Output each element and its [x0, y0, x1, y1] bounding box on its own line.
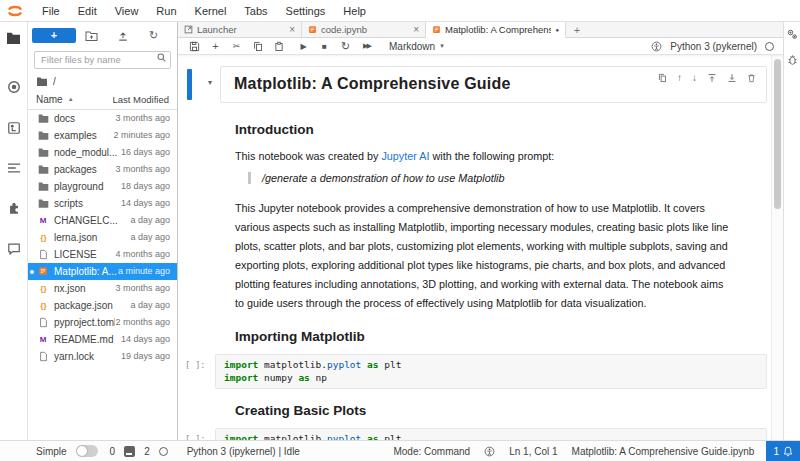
kernel-sessions-icon[interactable] — [159, 447, 168, 456]
notebook-scrollbar[interactable] — [771, 55, 783, 440]
intro-paragraph: This Jupyter notebook provides a compreh… — [235, 199, 735, 313]
file-row[interactable]: LICENSE4 months ago — [28, 246, 177, 263]
menu-help[interactable]: Help — [334, 5, 375, 17]
file-row[interactable]: pyproject.toml2 months ago — [28, 314, 177, 331]
collapse-cell-icon[interactable]: ▾ — [208, 78, 212, 87]
column-last-modified[interactable]: Last Modified — [112, 94, 169, 105]
breadcrumb-root[interactable]: / — [53, 76, 56, 87]
unsaved-changes-icon[interactable]: ● — [555, 27, 559, 33]
byline-paragraph: This notebook was created by Jupyter AI … — [235, 150, 735, 162]
file-row[interactable]: scripts14 days ago — [28, 195, 177, 212]
section-heading-importing: Importing Matplotlib — [235, 329, 735, 344]
cell-type-value: Markdown — [389, 41, 435, 52]
code-editor[interactable]: import matplotlib.pyplot as pltimport nu… — [215, 354, 767, 389]
new-folder-icon[interactable] — [76, 30, 107, 41]
run-cell-icon[interactable]: ▶ — [293, 38, 314, 55]
terminals-count[interactable]: 0 — [110, 446, 116, 457]
paste-cells-icon[interactable] — [268, 38, 289, 55]
extensions-icon[interactable] — [7, 201, 21, 215]
file-browser-icon[interactable] — [6, 31, 21, 44]
chat-icon[interactable] — [7, 242, 21, 255]
tab-bar: Launcher × code.ipynb × Matplotlib: A Co… — [178, 22, 783, 38]
menu-run[interactable]: Run — [147, 5, 185, 17]
file-row[interactable]: docs3 months ago — [28, 110, 177, 127]
tab-launcher[interactable]: Launcher × — [178, 22, 302, 37]
menu-file[interactable]: File — [33, 5, 69, 17]
duplicate-cell-icon[interactable] — [658, 73, 667, 83]
code-editor[interactable]: import matplotlib.pyplot as pltimport nu… — [215, 428, 767, 440]
folder-icon — [36, 76, 48, 86]
copy-cells-icon[interactable] — [247, 38, 268, 55]
file-row[interactable]: examples2 minutes ago — [28, 127, 177, 144]
menu-tabs[interactable]: Tabs — [235, 5, 276, 17]
insert-cell-above-icon[interactable] — [707, 73, 717, 83]
jupyter-ai-link[interactable]: Jupyter AI — [381, 150, 429, 162]
folder-file-icon — [37, 163, 49, 175]
kernels-count[interactable]: 2 — [144, 446, 150, 457]
filter-files-input[interactable] — [34, 51, 171, 69]
menu-settings[interactable]: Settings — [277, 5, 335, 17]
refresh-icon[interactable]: ↻ — [138, 29, 169, 42]
terminal-icon[interactable] — [124, 446, 135, 457]
new-tab-button[interactable]: + — [566, 22, 588, 37]
json-file-icon: { } — [37, 299, 49, 311]
git-icon[interactable] — [7, 121, 21, 135]
menu-edit[interactable]: Edit — [69, 5, 106, 17]
delete-cell-icon[interactable] — [747, 73, 756, 83]
menu-view[interactable]: View — [106, 5, 148, 17]
cut-cells-icon[interactable]: ✂ — [226, 38, 247, 55]
notifications-button[interactable]: 1 — [766, 441, 800, 461]
kernel-name[interactable]: Python 3 (pykernel) — [670, 41, 757, 52]
file-modified: 4 months ago — [115, 249, 170, 259]
file-row[interactable]: packages3 months ago — [28, 161, 177, 178]
running-sessions-icon[interactable] — [7, 80, 21, 94]
breadcrumb[interactable]: / — [28, 73, 177, 91]
new-launcher-button[interactable]: + — [32, 28, 76, 43]
column-name[interactable]: Name ▲ — [36, 94, 112, 105]
file-row[interactable]: { }nx.json3 months ago — [28, 280, 177, 297]
file-row[interactable]: playground18 days ago — [28, 178, 177, 195]
file-row[interactable]: { }package.jsona day ago — [28, 297, 177, 314]
property-inspector-icon[interactable] — [786, 28, 798, 40]
file-row[interactable]: MCHANGELC...a day ago — [28, 212, 177, 229]
menu-kernel[interactable]: Kernel — [186, 5, 236, 17]
close-icon[interactable]: × — [289, 24, 295, 35]
move-cell-up-icon[interactable]: ↑ — [677, 72, 682, 83]
interrupt-kernel-icon[interactable]: ■ — [314, 38, 335, 55]
close-icon[interactable]: × — [413, 24, 419, 35]
accessibility-icon[interactable] — [484, 446, 495, 457]
markdown-cell-title[interactable]: ▾ Matplotlib: A Comprehensive Guide ↑ — [178, 66, 767, 103]
restart-run-all-icon[interactable]: ▶▶ — [356, 38, 377, 55]
file-row[interactable]: node_modul...16 days ago — [28, 144, 177, 161]
kernel-status-icon[interactable] — [765, 42, 774, 51]
simple-mode-toggle[interactable] — [76, 445, 98, 457]
code-cell[interactable]: [ ]: import matplotlib.pyplot as pltimpo… — [185, 354, 767, 389]
file-modified: a day ago — [130, 232, 170, 242]
debugger-icon[interactable] — [787, 54, 798, 66]
accessibility-icon[interactable] — [651, 41, 662, 52]
code-cell[interactable]: [ ]: import matplotlib.pyplot as pltimpo… — [185, 428, 767, 440]
cell-prompt: [ ]: — [185, 428, 215, 440]
insert-cell-below-icon[interactable] — [727, 73, 737, 83]
selected-cell-indicator — [187, 69, 192, 100]
file-browser-toolbar: + ↻ — [28, 22, 177, 47]
cell-type-dropdown[interactable]: Markdown ▾ — [389, 41, 444, 52]
tab-code-ipynb[interactable]: code.ipynb × — [302, 22, 426, 37]
move-cell-down-icon[interactable]: ↓ — [692, 72, 697, 83]
cursor-position[interactable]: Ln 1, Col 1 — [509, 446, 557, 457]
active-file-name[interactable]: Matplotlib: A Comprehensive Guide.ipynb — [572, 446, 755, 457]
save-icon[interactable] — [184, 38, 205, 55]
insert-cell-icon[interactable]: + — [205, 38, 226, 55]
file-row[interactable]: Matplotlib: A...a minute ago — [28, 263, 177, 280]
mode-indicator[interactable]: Mode: Command — [393, 446, 470, 457]
file-row[interactable]: MREADME.md14 days ago — [28, 331, 177, 348]
table-of-contents-icon[interactable] — [7, 162, 21, 174]
file-row[interactable]: yarn.lock19 days ago — [28, 348, 177, 365]
upload-icon[interactable] — [107, 30, 138, 42]
file-modified: 14 days ago — [121, 334, 170, 344]
restart-kernel-icon[interactable]: ↻ — [335, 38, 356, 55]
tab-matplotlib-guide[interactable]: Matplotlib: A Comprehens ● — [426, 22, 566, 38]
kernel-status-text[interactable]: Python 3 (ipykernel) | Idle — [187, 446, 300, 457]
scrollbar-thumb[interactable] — [774, 59, 781, 209]
file-row[interactable]: { }lerna.jsona day ago — [28, 229, 177, 246]
